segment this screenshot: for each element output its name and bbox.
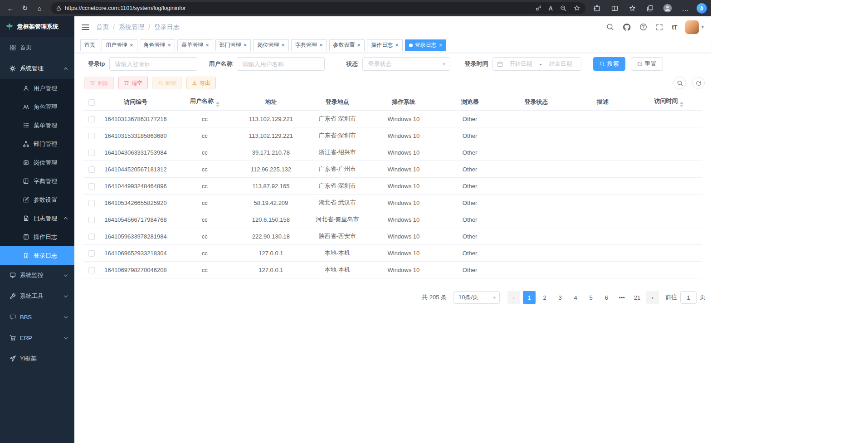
tab-close-icon[interactable]: × (168, 42, 171, 48)
table-row[interactable]: 1641031533185863680 cc 113.102.129.221 广… (83, 127, 702, 144)
split-screen-icon[interactable] (608, 2, 621, 15)
refresh-table-button[interactable] (692, 77, 705, 89)
favorites-icon[interactable] (625, 2, 639, 15)
avatar[interactable] (685, 20, 699, 34)
table-row[interactable]: 1641069652933218304 cc 127.0.0.1 本地-本机 W… (83, 245, 702, 262)
sidebar-item-param[interactable]: 参数设置 (0, 190, 74, 209)
password-key-icon[interactable] (535, 5, 541, 11)
row-checkbox[interactable] (88, 150, 95, 156)
page-size-select[interactable]: 10条/页 ▾ (454, 291, 500, 304)
end-date-placeholder[interactable]: 结束日期 (544, 60, 576, 68)
extensions-icon[interactable] (590, 2, 604, 15)
username-input[interactable] (237, 57, 325, 71)
browser-home-button[interactable]: ⌂ (33, 2, 46, 15)
hamburger-icon[interactable] (82, 24, 89, 30)
row-checkbox[interactable] (88, 250, 95, 257)
sort-icon[interactable] (216, 102, 219, 107)
clear-button[interactable]: 清空 (118, 77, 148, 89)
col-visit-time[interactable]: 访问时间 (636, 94, 702, 110)
sidebar-item-dept[interactable]: 部门管理 (0, 135, 74, 153)
unlock-button[interactable]: 解锁 (152, 77, 182, 89)
github-icon[interactable] (623, 23, 631, 31)
tab-user[interactable]: 用户管理× (102, 39, 137, 51)
tab-role[interactable]: 角色管理× (140, 39, 176, 51)
table-row[interactable]: 1641044993248464896 cc 113.87.92.165 广东省… (83, 178, 702, 195)
tab-param[interactable]: 参数设置× (329, 39, 365, 51)
user-menu[interactable]: ▾ (685, 20, 704, 34)
page-button-4[interactable]: 4 (569, 291, 582, 304)
header-search-icon[interactable] (606, 23, 614, 31)
delete-button[interactable]: 删除 (84, 77, 114, 89)
search-button[interactable]: 搜索 (593, 57, 625, 71)
prev-page-button[interactable]: ‹ (507, 291, 520, 304)
export-button[interactable]: 导出 (186, 77, 216, 89)
tab-dept[interactable]: 部门管理× (215, 39, 251, 51)
row-checkbox[interactable] (88, 166, 95, 173)
table-row[interactable]: 1641044520567181312 cc 112.96.225.132 广东… (83, 161, 702, 178)
page-button-6[interactable]: 6 (600, 291, 613, 304)
row-checkbox[interactable] (88, 267, 95, 273)
pagination-ellipsis[interactable]: ••• (615, 291, 628, 304)
tab-loginlog[interactable]: 登录日志× (405, 39, 447, 51)
browser-back-button[interactable]: ← (4, 2, 17, 15)
tab-close-icon[interactable]: × (244, 42, 247, 48)
collections-icon[interactable] (643, 2, 657, 15)
sidebar-item-post[interactable]: 岗位管理 (0, 153, 74, 172)
col-username[interactable]: 用户名称 (171, 94, 238, 110)
status-select[interactable]: 登录状态 ▾ (362, 57, 450, 71)
next-page-button[interactable]: › (646, 291, 659, 304)
row-checkbox[interactable] (88, 217, 95, 223)
start-date-placeholder[interactable]: 开始日期 (505, 60, 537, 68)
tab-close-icon[interactable]: × (205, 42, 209, 48)
sidebar-item-monitor[interactable]: 系统监控 (0, 265, 74, 286)
tab-home[interactable]: 首页 (80, 39, 99, 51)
table-row[interactable]: 1641059633978281984 cc 222.90.130.18 陕西省… (83, 228, 702, 245)
font-size-icon[interactable]: tT (672, 24, 677, 31)
tab-close-icon[interactable]: × (439, 42, 443, 48)
sidebar-item-system[interactable]: 系统管理 (0, 58, 74, 79)
zoom-out-icon[interactable] (560, 5, 566, 11)
breadcrumb-system[interactable]: 系统管理 (119, 23, 144, 31)
toggle-search-icon-button[interactable] (673, 77, 686, 89)
col-visit-id[interactable]: 访问编号 (100, 95, 171, 109)
sidebar-item-dict[interactable]: 字典管理 (0, 172, 74, 190)
tab-menu[interactable]: 菜单管理× (177, 39, 213, 51)
sidebar-item-tool[interactable]: 系统工具 (0, 286, 74, 307)
reset-button[interactable]: 重置 (631, 57, 663, 71)
browser-more-menu-icon[interactable]: … (678, 2, 692, 15)
row-checkbox[interactable] (88, 183, 95, 190)
sidebar-item-menu[interactable]: 菜单管理 (0, 116, 74, 135)
row-checkbox[interactable] (88, 133, 95, 139)
sort-icon[interactable] (680, 102, 683, 107)
sidebar-item-yi[interactable]: Yi框架 (0, 348, 74, 369)
tab-close-icon[interactable]: × (130, 42, 133, 48)
fullscreen-icon[interactable] (656, 24, 663, 31)
select-all-checkbox[interactable] (88, 99, 95, 106)
page-button-1[interactable]: 1 (523, 291, 536, 304)
url-text[interactable]: https://ccnetcore.com:1101/system/log/lo… (65, 5, 186, 11)
table-row[interactable]: 1641043063331753984 cc 39.171.210.78 浙江省… (83, 144, 702, 161)
sidebar-item-log[interactable]: 日志管理 (0, 209, 74, 228)
app-logo[interactable]: 意框架管理系统 (0, 16, 74, 37)
sidebar-item-home[interactable]: 首页 (0, 37, 74, 58)
page-button-5[interactable]: 5 (585, 291, 597, 304)
tab-close-icon[interactable]: × (319, 42, 323, 48)
tab-dict[interactable]: 字典管理× (291, 39, 327, 51)
date-range-picker[interactable]: 开始日期 - 结束日期 (493, 57, 581, 71)
row-checkbox[interactable] (88, 234, 95, 240)
tab-post[interactable]: 岗位管理× (253, 39, 289, 51)
sidebar-item-loginlog[interactable]: 登录日志 (0, 246, 74, 265)
table-row[interactable]: 1641031367863177216 cc 113.102.129.221 广… (83, 111, 702, 127)
read-aloud-icon[interactable]: A (549, 5, 553, 12)
page-button-3[interactable]: 3 (554, 291, 566, 304)
goto-page-input[interactable] (680, 291, 697, 304)
table-row[interactable]: 1641053426655825920 cc 58.19.42.209 湖北省-… (83, 195, 702, 211)
breadcrumb-home[interactable]: 首页 (96, 23, 109, 31)
sidebar-item-role[interactable]: 角色管理 (0, 97, 74, 116)
row-checkbox[interactable] (88, 200, 95, 206)
address-bar[interactable]: https://ccnetcore.com:1101/system/log/lo… (51, 2, 585, 14)
row-checkbox[interactable] (88, 116, 95, 122)
help-icon[interactable] (639, 23, 647, 31)
table-row[interactable]: 1641054566717984768 cc 120.6.150.158 河北省… (83, 211, 702, 228)
sidebar-item-user[interactable]: 用户管理 (0, 79, 74, 97)
